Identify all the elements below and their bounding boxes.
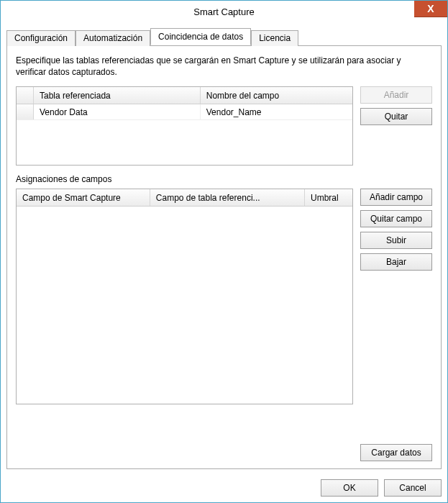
down-button[interactable]: Bajar [360,253,432,271]
cell-referenced-table[interactable]: Vendor Data [34,104,201,119]
row-selector[interactable] [17,104,34,119]
page-description: Especifique las tablas referenciadas que… [16,55,432,78]
assignments-label: Asignaciones de campos [16,174,432,184]
header-sc-field[interactable]: Campo de Smart Capture [17,189,150,206]
header-field-name[interactable]: Nombre del campo [201,87,352,104]
assignments-headers: Campo de Smart Capture Campo de tabla re… [17,189,352,207]
up-button[interactable]: Subir [360,232,432,249]
tab-page-data-matching: Especifique las tablas referenciadas que… [6,45,442,469]
referenced-tables-buttons: Añadir Quitar [360,86,432,166]
referenced-tables-row: Tabla referenciada Nombre del campo Vend… [16,86,432,166]
assignments-grid[interactable]: Campo de Smart Capture Campo de tabla re… [16,189,353,404]
remove-table-button[interactable]: Quitar [360,108,432,125]
add-table-button[interactable]: Añadir [360,86,432,104]
dialog-footer: OK Cancel [1,473,447,502]
cancel-button[interactable]: Cancel [384,479,442,497]
dialog-window: Smart Capture X Configuración Automatiza… [0,0,448,503]
header-threshold[interactable]: Umbral [305,189,352,206]
client-area: Configuración Automatización Coincidenci… [1,22,447,473]
close-icon: X [427,3,434,14]
row-selector-header [17,87,34,104]
load-data-button[interactable]: Cargar datos [360,444,432,461]
window-title: Smart Capture [1,6,447,17]
close-button[interactable]: X [414,1,447,17]
referenced-tables-body: Vendor Data Vendor_Name [17,104,352,165]
tab-license[interactable]: Licencia [251,30,298,46]
header-ref-field[interactable]: Campo de tabla referenci... [150,189,305,206]
tab-data-matching[interactable]: Coincidencia de datos [150,28,251,45]
referenced-tables-headers: Tabla referenciada Nombre del campo [17,87,352,104]
table-row[interactable]: Vendor Data Vendor_Name [17,104,352,120]
cell-field-name[interactable]: Vendor_Name [201,104,352,119]
titlebar: Smart Capture X [1,1,447,22]
tab-strip: Configuración Automatización Coincidenci… [6,28,442,45]
add-field-button[interactable]: Añadir campo [360,189,432,206]
tab-automation[interactable]: Automatización [76,30,150,46]
header-referenced-table[interactable]: Tabla referenciada [34,87,201,104]
tab-configuration[interactable]: Configuración [6,30,76,46]
remove-field-button[interactable]: Quitar campo [360,210,432,227]
ok-button[interactable]: OK [321,479,378,497]
assignments-body [17,207,352,404]
assignments-row: Campo de Smart Capture Campo de tabla re… [16,189,432,461]
referenced-tables-grid[interactable]: Tabla referenciada Nombre del campo Vend… [16,86,353,166]
assignments-buttons: Añadir campo Quitar campo Subir Bajar Ca… [360,189,432,461]
button-spacer [360,275,432,440]
